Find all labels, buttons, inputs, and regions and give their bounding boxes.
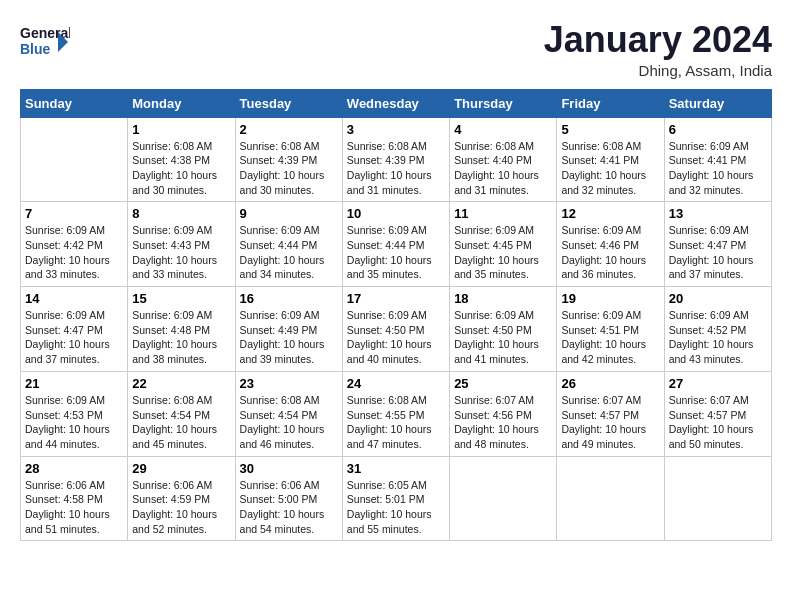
day-content: Sunrise: 6:09 AMSunset: 4:47 PMDaylight:… bbox=[669, 223, 767, 282]
calendar-week-row: 28Sunrise: 6:06 AMSunset: 4:58 PMDayligh… bbox=[21, 456, 772, 541]
day-content: Sunrise: 6:09 AMSunset: 4:49 PMDaylight:… bbox=[240, 308, 338, 367]
day-number: 4 bbox=[454, 122, 552, 137]
day-content: Sunrise: 6:05 AMSunset: 5:01 PMDaylight:… bbox=[347, 478, 445, 537]
calendar-week-row: 1Sunrise: 6:08 AMSunset: 4:38 PMDaylight… bbox=[21, 117, 772, 202]
day-number: 27 bbox=[669, 376, 767, 391]
weekday-header: Sunday bbox=[21, 89, 128, 117]
calendar-cell: 20Sunrise: 6:09 AMSunset: 4:52 PMDayligh… bbox=[664, 287, 771, 372]
day-content: Sunrise: 6:09 AMSunset: 4:43 PMDaylight:… bbox=[132, 223, 230, 282]
day-number: 21 bbox=[25, 376, 123, 391]
calendar-cell: 23Sunrise: 6:08 AMSunset: 4:54 PMDayligh… bbox=[235, 371, 342, 456]
calendar-cell: 15Sunrise: 6:09 AMSunset: 4:48 PMDayligh… bbox=[128, 287, 235, 372]
day-content: Sunrise: 6:07 AMSunset: 4:56 PMDaylight:… bbox=[454, 393, 552, 452]
day-number: 3 bbox=[347, 122, 445, 137]
calendar-cell: 4Sunrise: 6:08 AMSunset: 4:40 PMDaylight… bbox=[450, 117, 557, 202]
weekday-header: Friday bbox=[557, 89, 664, 117]
weekday-header: Wednesday bbox=[342, 89, 449, 117]
day-number: 31 bbox=[347, 461, 445, 476]
calendar-cell: 11Sunrise: 6:09 AMSunset: 4:45 PMDayligh… bbox=[450, 202, 557, 287]
day-content: Sunrise: 6:09 AMSunset: 4:44 PMDaylight:… bbox=[347, 223, 445, 282]
day-number: 26 bbox=[561, 376, 659, 391]
day-content: Sunrise: 6:09 AMSunset: 4:42 PMDaylight:… bbox=[25, 223, 123, 282]
calendar-cell: 22Sunrise: 6:08 AMSunset: 4:54 PMDayligh… bbox=[128, 371, 235, 456]
day-content: Sunrise: 6:08 AMSunset: 4:54 PMDaylight:… bbox=[132, 393, 230, 452]
calendar-header: SundayMondayTuesdayWednesdayThursdayFrid… bbox=[21, 89, 772, 117]
day-content: Sunrise: 6:09 AMSunset: 4:45 PMDaylight:… bbox=[454, 223, 552, 282]
calendar-cell bbox=[557, 456, 664, 541]
day-content: Sunrise: 6:09 AMSunset: 4:41 PMDaylight:… bbox=[669, 139, 767, 198]
calendar-cell: 30Sunrise: 6:06 AMSunset: 5:00 PMDayligh… bbox=[235, 456, 342, 541]
day-number: 17 bbox=[347, 291, 445, 306]
day-content: Sunrise: 6:08 AMSunset: 4:41 PMDaylight:… bbox=[561, 139, 659, 198]
day-number: 16 bbox=[240, 291, 338, 306]
day-number: 29 bbox=[132, 461, 230, 476]
calendar-cell: 2Sunrise: 6:08 AMSunset: 4:39 PMDaylight… bbox=[235, 117, 342, 202]
page-header: GeneralBlue January 2024 Dhing, Assam, I… bbox=[20, 20, 772, 79]
day-number: 9 bbox=[240, 206, 338, 221]
day-number: 23 bbox=[240, 376, 338, 391]
weekday-header: Monday bbox=[128, 89, 235, 117]
calendar-cell: 3Sunrise: 6:08 AMSunset: 4:39 PMDaylight… bbox=[342, 117, 449, 202]
calendar-cell: 31Sunrise: 6:05 AMSunset: 5:01 PMDayligh… bbox=[342, 456, 449, 541]
day-number: 10 bbox=[347, 206, 445, 221]
calendar-cell: 25Sunrise: 6:07 AMSunset: 4:56 PMDayligh… bbox=[450, 371, 557, 456]
calendar-cell bbox=[21, 117, 128, 202]
day-number: 1 bbox=[132, 122, 230, 137]
day-content: Sunrise: 6:07 AMSunset: 4:57 PMDaylight:… bbox=[561, 393, 659, 452]
day-content: Sunrise: 6:09 AMSunset: 4:44 PMDaylight:… bbox=[240, 223, 338, 282]
calendar-cell bbox=[450, 456, 557, 541]
calendar-cell: 28Sunrise: 6:06 AMSunset: 4:58 PMDayligh… bbox=[21, 456, 128, 541]
calendar-cell: 26Sunrise: 6:07 AMSunset: 4:57 PMDayligh… bbox=[557, 371, 664, 456]
calendar-cell: 9Sunrise: 6:09 AMSunset: 4:44 PMDaylight… bbox=[235, 202, 342, 287]
day-number: 28 bbox=[25, 461, 123, 476]
day-number: 30 bbox=[240, 461, 338, 476]
day-content: Sunrise: 6:09 AMSunset: 4:50 PMDaylight:… bbox=[347, 308, 445, 367]
day-content: Sunrise: 6:09 AMSunset: 4:53 PMDaylight:… bbox=[25, 393, 123, 452]
calendar-cell: 24Sunrise: 6:08 AMSunset: 4:55 PMDayligh… bbox=[342, 371, 449, 456]
weekday-header: Thursday bbox=[450, 89, 557, 117]
logo: GeneralBlue bbox=[20, 20, 70, 60]
day-number: 2 bbox=[240, 122, 338, 137]
day-number: 24 bbox=[347, 376, 445, 391]
day-number: 25 bbox=[454, 376, 552, 391]
day-content: Sunrise: 6:06 AMSunset: 4:58 PMDaylight:… bbox=[25, 478, 123, 537]
calendar-body: 1Sunrise: 6:08 AMSunset: 4:38 PMDaylight… bbox=[21, 117, 772, 541]
calendar-cell: 18Sunrise: 6:09 AMSunset: 4:50 PMDayligh… bbox=[450, 287, 557, 372]
calendar-cell: 12Sunrise: 6:09 AMSunset: 4:46 PMDayligh… bbox=[557, 202, 664, 287]
day-content: Sunrise: 6:09 AMSunset: 4:50 PMDaylight:… bbox=[454, 308, 552, 367]
svg-text:Blue: Blue bbox=[20, 41, 51, 57]
calendar-week-row: 7Sunrise: 6:09 AMSunset: 4:42 PMDaylight… bbox=[21, 202, 772, 287]
calendar-cell: 5Sunrise: 6:08 AMSunset: 4:41 PMDaylight… bbox=[557, 117, 664, 202]
day-content: Sunrise: 6:08 AMSunset: 4:39 PMDaylight:… bbox=[240, 139, 338, 198]
day-number: 20 bbox=[669, 291, 767, 306]
day-content: Sunrise: 6:08 AMSunset: 4:40 PMDaylight:… bbox=[454, 139, 552, 198]
day-content: Sunrise: 6:09 AMSunset: 4:48 PMDaylight:… bbox=[132, 308, 230, 367]
weekday-header: Saturday bbox=[664, 89, 771, 117]
calendar-table: SundayMondayTuesdayWednesdayThursdayFrid… bbox=[20, 89, 772, 542]
day-content: Sunrise: 6:08 AMSunset: 4:39 PMDaylight:… bbox=[347, 139, 445, 198]
weekday-row: SundayMondayTuesdayWednesdayThursdayFrid… bbox=[21, 89, 772, 117]
page-title: January 2024 bbox=[544, 20, 772, 60]
day-number: 14 bbox=[25, 291, 123, 306]
day-number: 22 bbox=[132, 376, 230, 391]
calendar-cell: 21Sunrise: 6:09 AMSunset: 4:53 PMDayligh… bbox=[21, 371, 128, 456]
calendar-week-row: 21Sunrise: 6:09 AMSunset: 4:53 PMDayligh… bbox=[21, 371, 772, 456]
day-content: Sunrise: 6:06 AMSunset: 5:00 PMDaylight:… bbox=[240, 478, 338, 537]
day-number: 13 bbox=[669, 206, 767, 221]
calendar-cell: 7Sunrise: 6:09 AMSunset: 4:42 PMDaylight… bbox=[21, 202, 128, 287]
day-number: 7 bbox=[25, 206, 123, 221]
day-content: Sunrise: 6:06 AMSunset: 4:59 PMDaylight:… bbox=[132, 478, 230, 537]
day-content: Sunrise: 6:09 AMSunset: 4:46 PMDaylight:… bbox=[561, 223, 659, 282]
logo-svg: GeneralBlue bbox=[20, 20, 70, 60]
day-number: 11 bbox=[454, 206, 552, 221]
day-number: 15 bbox=[132, 291, 230, 306]
calendar-cell: 13Sunrise: 6:09 AMSunset: 4:47 PMDayligh… bbox=[664, 202, 771, 287]
page-subtitle: Dhing, Assam, India bbox=[544, 62, 772, 79]
calendar-cell: 29Sunrise: 6:06 AMSunset: 4:59 PMDayligh… bbox=[128, 456, 235, 541]
day-content: Sunrise: 6:09 AMSunset: 4:51 PMDaylight:… bbox=[561, 308, 659, 367]
calendar-cell: 10Sunrise: 6:09 AMSunset: 4:44 PMDayligh… bbox=[342, 202, 449, 287]
calendar-cell: 1Sunrise: 6:08 AMSunset: 4:38 PMDaylight… bbox=[128, 117, 235, 202]
calendar-cell: 6Sunrise: 6:09 AMSunset: 4:41 PMDaylight… bbox=[664, 117, 771, 202]
day-content: Sunrise: 6:08 AMSunset: 4:54 PMDaylight:… bbox=[240, 393, 338, 452]
calendar-cell: 16Sunrise: 6:09 AMSunset: 4:49 PMDayligh… bbox=[235, 287, 342, 372]
